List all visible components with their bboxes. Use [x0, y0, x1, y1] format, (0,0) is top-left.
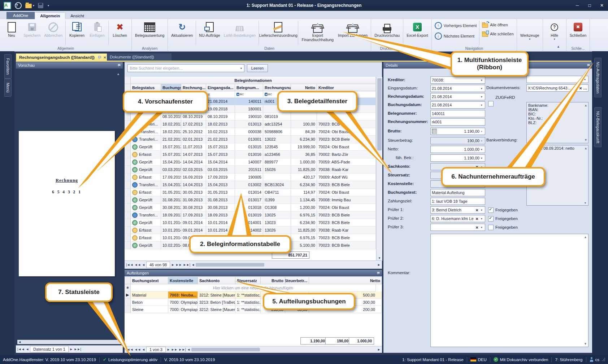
table-row[interactable]: ✓Geprüft31.08.201331.08.201331.08.201301…: [125, 196, 376, 204]
rechnungsnummer-input[interactable]: rk001: [430, 118, 485, 126]
nu-auftraege-button[interactable]: NU-Aufträge: [197, 20, 222, 38]
table-row[interactable]: Erfasst10.01.201409.01.201410.01.2014014…: [125, 227, 376, 234]
column-header-eingangsda[interactable]: Eingangsda...: [206, 84, 235, 91]
pruefer-1-freigegeben-checkbox[interactable]: [488, 207, 494, 213]
first-page-icon[interactable]: |◄◄: [126, 348, 133, 351]
fast-prev-icon[interactable]: ◄◄: [134, 348, 141, 351]
column-header-buchungstext[interactable]: Buchungstext: [131, 277, 168, 284]
tab-ansicht[interactable]: Ansicht: [65, 13, 89, 19]
belegnummer-input[interactable]: 140011: [430, 110, 485, 117]
eingangsdatum-input[interactable]: 21.08.2014▼: [430, 85, 485, 92]
netto-input[interactable]: 1.000,00▼: [430, 146, 485, 153]
close-button[interactable]: ✕: [596, 0, 608, 11]
steuerbetrag-input[interactable]: 190,00▼: [430, 137, 485, 144]
column-header-rechnungsnu[interactable]: Rechnungsnu...: [263, 84, 291, 91]
minimize-button[interactable]: ─: [571, 0, 583, 11]
prev-record-icon[interactable]: ◄: [26, 347, 29, 351]
clear-icon[interactable]: ×: [578, 85, 583, 91]
kommentar-input[interactable]: ▲ ▼: [430, 234, 589, 347]
next-page-icon[interactable]: ►: [171, 263, 174, 267]
invoice-table-vscrollbar[interactable]: ▼: [376, 77, 382, 261]
sidebar-item-menue[interactable]: Menü: [4, 79, 12, 97]
kreditor-input[interactable]: 70038:▼: [430, 76, 485, 84]
bankverbindung-box[interactable]: Bankname: IBAN: BIC: Kto.-Nr.: BLZ: ▲ ▼: [526, 102, 589, 143]
dropdown-icon[interactable]: ▼: [479, 87, 484, 90]
table-row[interactable]: ✓Geprüft15.07.201311.07.201315.07.201301…: [125, 143, 376, 151]
alle-schliessen-button[interactable]: Alle schließen: [482, 31, 513, 37]
skontierfaehiger-betrag-input[interactable]: 1.190,00▼: [430, 154, 485, 162]
naechstes-element-button[interactable]: ↓Nächstes Element: [435, 32, 477, 40]
preview-hscrollbar[interactable]: ◄: [17, 340, 121, 344]
column-header-buchungsd[interactable]: Buchungsd:: [161, 84, 181, 91]
pruefer-3-input[interactable]: ×▼: [430, 224, 485, 231]
pruefer-1-input[interactable]: 3: Bernd Dietrich×▼: [430, 206, 485, 214]
belegauswertung-button[interactable]: Belegauswertung: [133, 20, 166, 38]
buchungstext-input[interactable]: Material Aufteilung: [430, 189, 485, 196]
tab-addone[interactable]: AddOne: [6, 12, 35, 19]
table-row[interactable]: Erfasst15.07.201314.07.201315.07.2013013…: [125, 151, 376, 158]
column-header-netto[interactable]: Netto: [291, 84, 317, 91]
pruefer-2-freigegeben-checkbox[interactable]: [488, 216, 494, 222]
scroll-down-icon[interactable]: ▼: [117, 333, 120, 336]
excel-export-button[interactable]: XExcel-Export: [405, 20, 430, 38]
open-dropdown-icon[interactable]: ▾: [33, 4, 34, 7]
scroll-right-icon[interactable]: ►: [377, 348, 381, 351]
werkzeuge-button[interactable]: Werkzeuge▼: [518, 20, 541, 40]
first-record-icon[interactable]: |◄◄: [17, 347, 25, 351]
dropdown-icon[interactable]: ▼: [479, 104, 484, 106]
scroll-up-icon[interactable]: ▲: [584, 235, 587, 239]
fast-next-icon[interactable]: ►►: [171, 348, 178, 351]
next-record-icon[interactable]: ►: [70, 347, 73, 351]
table-row[interactable]: Transferi...15.04.201314.04.201315.04.20…: [125, 181, 376, 189]
neu-button[interactable]: Neu: [1, 20, 22, 38]
app-logo-icon[interactable]: A: [4, 2, 11, 9]
clear-icon[interactable]: ×: [474, 225, 479, 230]
dropdown-icon[interactable]: ▼: [583, 78, 587, 81]
prev-page-icon[interactable]: ◄: [142, 348, 145, 351]
next-page-icon[interactable]: ►: [167, 348, 170, 351]
quick-help-icon[interactable]: ?: [15, 2, 22, 9]
clear-icon[interactable]: ×: [474, 207, 479, 213]
table-row[interactable]: Transferi...18.09.201317.09.201318.09.20…: [125, 211, 376, 219]
dropdown-icon[interactable]: ▼: [479, 157, 484, 159]
scroll-up-icon[interactable]: ▲: [584, 146, 587, 150]
dokumentverweis-input[interactable]: X:\CS\Rechnung 6543... × …: [526, 84, 589, 92]
column-header-brutto[interactable]: Brutto: [261, 277, 285, 284]
search-box[interactable]: ▼: [127, 64, 244, 72]
chevron-down-icon[interactable]: ▼: [238, 67, 244, 70]
dropdown-icon[interactable]: ▼: [479, 79, 484, 82]
customize-toolbar-icon[interactable]: ▾: [48, 4, 49, 7]
scroll-down-icon[interactable]: ▼: [584, 342, 587, 346]
close-tab-icon[interactable]: ×: [104, 55, 106, 60]
column-header-kreditor[interactable]: Kreditor: [317, 84, 376, 91]
quick-open-icon[interactable]: [25, 4, 32, 8]
column-header-rechnung[interactable]: Rechnung...: [181, 84, 206, 91]
rechnungsdatum-input[interactable]: 21.08.2014▼: [430, 93, 485, 100]
table-row[interactable]: Erfasst17.09.201916.09.201917.09.2019190…: [125, 174, 376, 181]
new-row[interactable]: ∗Hier klicken um eine neue Zeile hinzuzu…: [125, 284, 382, 291]
pin-icon[interactable]: [97, 56, 101, 59]
column-header-netto[interactable]: Netto: [309, 277, 382, 284]
column-header-belegstatus[interactable]: Belegstatus: [131, 84, 161, 91]
alle-oeffnen-button[interactable]: Alle öffnen: [482, 22, 513, 28]
hscroll-thumb[interactable]: [196, 263, 264, 267]
scroll-down-icon[interactable]: ▼: [378, 256, 381, 260]
tab-allgemein[interactable]: Allgemein: [35, 12, 65, 19]
search-input[interactable]: [128, 66, 238, 70]
column-header-belegnum[interactable]: Belegnum...: [235, 84, 263, 91]
scroll-left-icon[interactable]: ◄: [191, 263, 195, 267]
druckvorschau-button[interactable]: Druckvorschau: [373, 20, 401, 38]
first-page-icon[interactable]: |◄◄: [126, 263, 133, 267]
vorheriges-element-button[interactable]: ↑Vorheriges Element: [435, 22, 477, 29]
table-row[interactable]: ✓Geprüft15.04.201414.04.201415.04.201414…: [125, 158, 376, 166]
pruefer-2-input[interactable]: 6: D. Husemann kfm Le×▼: [430, 215, 485, 222]
clear-icon[interactable]: ×: [474, 216, 479, 222]
dropdown-icon[interactable]: ▼: [479, 140, 484, 142]
loeschen-button[interactable]: ✖Löschen: [110, 20, 130, 38]
sidebar-item-nu-auftragsdaten[interactable]: NU-Auftragsdaten: [594, 58, 602, 97]
fast-next-icon[interactable]: ►►: [175, 263, 182, 267]
column-header-steuerbetr[interactable]: Steuerbetr...: [285, 277, 309, 284]
clear-search-button[interactable]: Leeren: [247, 64, 268, 72]
scroll-left-icon[interactable]: ◄: [187, 348, 190, 351]
zahlungsziel-input[interactable]: 1: laut VOB 18 Tage: [430, 198, 485, 205]
